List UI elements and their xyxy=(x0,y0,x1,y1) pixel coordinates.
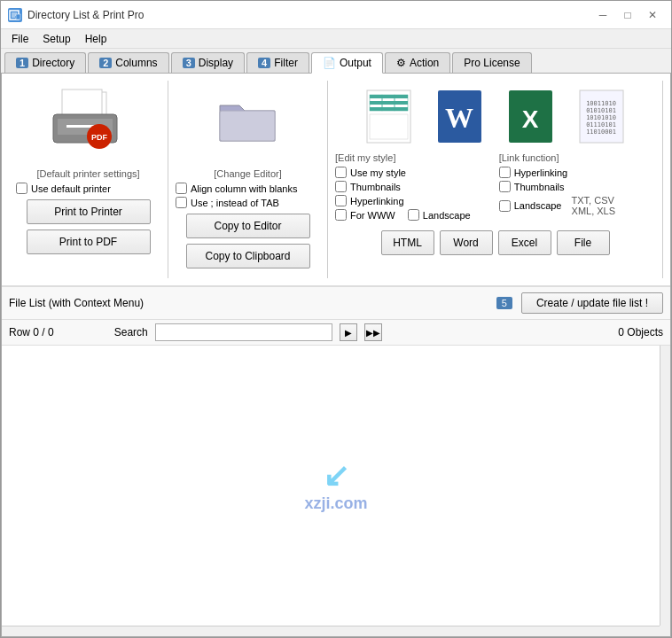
format-icons-row: W X 10011010 xyxy=(358,88,633,145)
word-button[interactable]: Word xyxy=(440,230,493,255)
right-options: [Link function] Hyperlinking Thumbnails … xyxy=(499,152,615,223)
landscape-label: Landscape xyxy=(423,210,471,221)
main-window: Directory List & Print Pro ─ □ ✕ File Se… xyxy=(0,0,672,638)
link-hyperlinking-row: Hyperlinking xyxy=(499,167,568,178)
app-icon xyxy=(8,8,22,22)
tab-columns[interactable]: 2 Columns xyxy=(88,52,168,73)
landscape-checkbox[interactable] xyxy=(408,209,419,221)
svg-text:PDF: PDF xyxy=(91,133,108,142)
row-info: Row 0 / 0 xyxy=(9,326,54,338)
link-hyperlinking-checkbox[interactable] xyxy=(499,167,511,178)
change-editor-label: [Change Editor] xyxy=(214,168,281,179)
menu-help[interactable]: Help xyxy=(78,31,114,47)
svg-text:10011010: 10011010 xyxy=(586,100,616,107)
tab-display[interactable]: 3 Display xyxy=(171,52,245,73)
link-landscape-checkbox[interactable] xyxy=(499,200,511,212)
horizontal-scrollbar[interactable] xyxy=(2,626,660,636)
folder-icon xyxy=(213,88,284,161)
tab-number-3: 3 xyxy=(183,58,195,68)
window-controls: ─ □ ✕ xyxy=(591,6,664,24)
tab-columns-label: Columns xyxy=(115,57,157,69)
word-icon-item: W xyxy=(429,88,491,145)
use-default-printer-row: Use default printer xyxy=(16,183,111,194)
create-section: 5 Create / update file list ! xyxy=(496,292,663,314)
link-function-label: [Link function] xyxy=(499,152,559,163)
thumbnails-label: Thumbnails xyxy=(350,182,401,192)
html-icon-item xyxy=(358,88,420,145)
for-www-checkbox[interactable] xyxy=(335,209,347,221)
file-icon-item: 10011010 01010101 10101010 01110101 1101… xyxy=(571,88,633,145)
output-panel: PDF [Default printer settings] Use defau… xyxy=(2,74,670,286)
left-options: [Edit my style] Use my style Thumbnails … xyxy=(335,152,471,223)
vertical-scrollbar[interactable] xyxy=(660,346,670,626)
use-my-style-checkbox[interactable] xyxy=(335,167,347,178)
window-title: Directory List & Print Pro xyxy=(27,9,144,21)
tab-directory-label: Directory xyxy=(32,57,74,69)
edit-style-label: [Edit my style] xyxy=(335,152,395,163)
link-landscape-label: Landscape xyxy=(514,200,562,211)
for-www-label: For WWW xyxy=(350,210,395,221)
hyperlinking-row: Hyperlinking xyxy=(335,195,404,206)
excel-icon-item: X xyxy=(500,88,562,145)
align-column-row: Align column with blanks xyxy=(176,183,297,194)
tab-output[interactable]: 📄 Output xyxy=(311,52,383,74)
link-thumbnails-checkbox[interactable] xyxy=(499,181,511,192)
link-thumbnails-row: Thumbnails xyxy=(499,181,565,192)
printer-section: PDF [Default printer settings] Use defau… xyxy=(9,81,168,278)
nav-last-button[interactable]: ▶▶ xyxy=(364,323,382,341)
tab-action-label: Action xyxy=(410,57,439,69)
excel-button[interactable]: Excel xyxy=(498,230,551,255)
svg-rect-15 xyxy=(370,95,408,98)
maximize-button[interactable]: □ xyxy=(616,6,639,24)
printer-icon: PDF xyxy=(44,88,133,161)
align-column-label: Align column with blanks xyxy=(191,183,297,194)
print-to-printer-button[interactable]: Print to Printer xyxy=(27,199,151,224)
tab-display-label: Display xyxy=(199,57,233,69)
use-my-style-label: Use my style xyxy=(350,167,406,178)
nav-next-button[interactable]: ▶ xyxy=(340,323,357,341)
use-default-printer-checkbox[interactable] xyxy=(16,183,27,194)
row-info-bar: Row 0 / 0 Search ▶ ▶▶ 0 Objects xyxy=(2,319,670,345)
svg-rect-4 xyxy=(16,14,20,19)
format-buttons: HTML Word Excel File xyxy=(381,230,610,255)
tab-number-2: 2 xyxy=(99,58,112,68)
thumbnails-checkbox[interactable] xyxy=(335,181,347,192)
svg-rect-17 xyxy=(370,107,408,111)
minimize-button[interactable]: ─ xyxy=(591,6,614,24)
hyperlinking-checkbox[interactable] xyxy=(335,195,347,206)
file-button[interactable]: File xyxy=(557,230,610,255)
close-button[interactable]: ✕ xyxy=(641,6,664,24)
copy-to-editor-button[interactable]: Copy to Editor xyxy=(186,214,310,238)
content-area: PDF [Default printer settings] Use defau… xyxy=(1,74,671,637)
use-semicolon-label: Use ; instead of TAB xyxy=(191,198,279,208)
tab-pro-license[interactable]: Pro License xyxy=(452,52,531,73)
svg-text:W: W xyxy=(445,102,473,134)
use-my-style-row: Use my style xyxy=(335,167,406,178)
tab-action[interactable]: ⚙ Action xyxy=(385,52,450,73)
html-button[interactable]: HTML xyxy=(381,230,434,255)
tab-directory[interactable]: 1 Directory xyxy=(4,52,86,73)
svg-text:X: X xyxy=(522,105,539,133)
create-file-list-button[interactable]: Create / update file list ! xyxy=(521,292,663,314)
tab-filter[interactable]: 4 Filter xyxy=(246,52,309,73)
tab-output-label: Output xyxy=(340,57,371,69)
menu-file[interactable]: File xyxy=(4,31,35,47)
align-column-checkbox[interactable] xyxy=(176,183,187,194)
watermark-text: xzji.com xyxy=(304,494,367,513)
use-semicolon-row: Use ; instead of TAB xyxy=(176,197,279,208)
search-input[interactable] xyxy=(155,323,332,341)
svg-text:01110101: 01110101 xyxy=(586,121,616,128)
menu-bar: File Setup Help xyxy=(1,29,671,49)
svg-text:01010101: 01010101 xyxy=(586,107,616,114)
tab-number-4: 4 xyxy=(258,58,270,68)
print-to-pdf-button[interactable]: Print to PDF xyxy=(27,230,151,254)
copy-to-clipboard-button[interactable]: Copy to Clipboard xyxy=(186,244,310,268)
title-bar: Directory List & Print Pro ─ □ ✕ xyxy=(1,1,671,29)
watermark: ↙ xzji.com xyxy=(304,457,367,513)
printer-settings-label: [Default printer settings] xyxy=(36,168,139,179)
svg-rect-13 xyxy=(220,111,275,141)
link-thumbnails-label: Thumbnails xyxy=(514,182,565,192)
use-semicolon-checkbox[interactable] xyxy=(176,197,187,208)
search-label: Search xyxy=(114,326,148,338)
menu-setup[interactable]: Setup xyxy=(35,31,77,47)
